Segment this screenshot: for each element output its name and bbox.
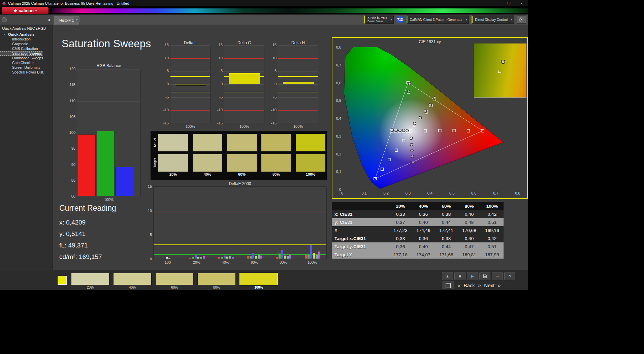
- y-tick-label: 15: [143, 184, 152, 188]
- table-row-label: x: CIE31: [332, 210, 389, 218]
- table-row: Target Y177,18174,07171,68169,81167,99: [332, 250, 504, 259]
- chart-bar: [221, 257, 223, 259]
- cie-x-tick-label: 0,4: [425, 191, 435, 195]
- reference-line: [170, 76, 210, 77]
- pattern-source-select[interactable]: CalMAN Client 3 Pattern Generator ▾: [407, 16, 469, 24]
- table-cell: 0,38: [435, 234, 458, 242]
- y-tick-label: 5: [143, 233, 152, 237]
- y-tick-label: -15: [268, 121, 277, 125]
- tree-expander-icon: ▾: [4, 33, 5, 36]
- display-control-select[interactable]: Direct Display Control ▾: [472, 16, 514, 24]
- swatch-target-20%: [158, 154, 188, 172]
- panel-collapse-button[interactable]: ▲: [442, 272, 453, 280]
- reference-line: [278, 58, 318, 59]
- pattern-button-60[interactable]: 60%: [155, 273, 194, 290]
- reference-line: [154, 254, 326, 255]
- table-cell: 174,07: [412, 250, 435, 259]
- chart-title: Delta L: [170, 40, 211, 45]
- display-config-button[interactable]: [442, 282, 454, 289]
- close-button[interactable]: ×: [515, 0, 528, 6]
- minimize-button[interactable]: –: [490, 0, 503, 6]
- group-label: 60%: [248, 260, 261, 264]
- workflow-title: Quick Analysis NBC sRGB: [0, 25, 53, 31]
- play-button[interactable]: ▶: [467, 272, 478, 280]
- chart-bar: [175, 84, 206, 86]
- table-header-cell: 60%: [435, 202, 458, 210]
- rgb-balance-chart: RGB Balance12011511010510095908580100%: [66, 63, 149, 204]
- reference-line: [170, 92, 210, 92]
- chart-bar: [247, 256, 249, 259]
- group-label: 100: [161, 260, 174, 264]
- sidebar-item-luminance-sweeps[interactable]: Luminance Sweeps: [0, 56, 53, 60]
- meter-select[interactable]: X-Rite i1Pro 3 Direct View ▾: [364, 16, 394, 24]
- reference-line: [154, 244, 326, 245]
- sidebar-item-screen-uniformity[interactable]: Screen Uniformity: [0, 65, 53, 70]
- swatch-target-100%: [296, 154, 325, 172]
- sidebar-root-node[interactable]: ▾ Quick Analysis: [0, 31, 53, 37]
- chart-bar: [97, 131, 115, 196]
- link-profile-button[interactable]: ∞: [492, 272, 503, 280]
- table-cell: 0,37: [389, 218, 412, 226]
- settings-button[interactable]: [517, 16, 526, 24]
- pattern-swatch: [197, 273, 236, 285]
- prev-page-icon[interactable]: «: [457, 282, 460, 289]
- table-row: Y177,23174,49172,41170,68169,16: [332, 226, 504, 234]
- table-cell: 0,51: [481, 242, 504, 250]
- add-tab-button[interactable]: +: [74, 17, 80, 22]
- deltae-2000-chart: DeltaE 200015105010020%40%60%80%100%: [145, 181, 331, 267]
- pattern-button-80[interactable]: 80%: [197, 273, 236, 290]
- table-header-cell: 40%: [412, 202, 435, 210]
- chart-bar: [318, 252, 320, 259]
- pattern-button-40[interactable]: 40%: [113, 273, 152, 290]
- sidebar-item-colorchecker[interactable]: ColorChecker: [0, 61, 53, 65]
- current-reading-title: Current Reading: [59, 204, 116, 213]
- table-cell: 0,42: [481, 210, 504, 218]
- chart-bar: [258, 255, 260, 259]
- table-cell: 0,51: [481, 218, 504, 226]
- group-label: 100%: [305, 260, 319, 264]
- table-cell: 167,99: [481, 250, 504, 259]
- table-header-cell: 20%: [389, 202, 412, 210]
- back-button[interactable]: Back: [463, 282, 475, 289]
- next-button[interactable]: Next: [484, 282, 494, 289]
- gridline: [170, 45, 210, 46]
- swatch-column-label: 40%: [193, 172, 222, 176]
- sidebar-collapse-icon[interactable]: ◀: [46, 18, 51, 22]
- page-title: Saturation Sweeps: [62, 38, 151, 50]
- next-page-icon[interactable]: »: [478, 282, 481, 289]
- workflow-menu-button[interactable]: [2, 17, 7, 22]
- reference-line: [278, 76, 318, 77]
- refresh-button[interactable]: ↻: [504, 272, 515, 280]
- pattern-buttons: 20%40%60%80%100%: [71, 273, 278, 290]
- table-cell: 0,36: [412, 234, 435, 242]
- save-button[interactable]: [479, 272, 490, 280]
- measured-point: [402, 129, 405, 132]
- sidebar-item-grayscale[interactable]: Grayscale: [0, 42, 53, 46]
- gridline: [224, 84, 264, 85]
- measured-point: [410, 143, 413, 146]
- sidebar-item-introduction[interactable]: Introduction: [0, 37, 53, 41]
- y-tick-label: 95: [67, 146, 75, 150]
- chevron-down-icon: ▾: [391, 18, 392, 21]
- maximize-button[interactable]: ☐: [503, 0, 515, 6]
- pattern-button-100[interactable]: 100%: [239, 273, 278, 290]
- sidebar-item-spectral-power-dist-[interactable]: Spectral Power Dist.: [0, 70, 53, 75]
- sidebar-item-saturation-sweeps[interactable]: Saturation Sweeps: [0, 51, 43, 56]
- reference-line: [224, 92, 264, 92]
- app-icon: [2, 1, 6, 5]
- pattern-button-20[interactable]: 20%: [71, 273, 109, 290]
- save-icon: [483, 274, 487, 278]
- reference-line: [170, 87, 210, 87]
- stop-button[interactable]: ■: [454, 272, 465, 280]
- chart-plot: [170, 45, 211, 123]
- sidebar-item-cms-calibration[interactable]: CMS Calibration: [0, 47, 53, 51]
- cie-zoom-inset: [474, 43, 526, 98]
- cie-y-tick-label: 0,4: [333, 116, 341, 120]
- gridline: [224, 71, 264, 71]
- measured-point: [406, 129, 409, 132]
- last-page-icon[interactable]: »: [497, 282, 501, 289]
- calman-logo-menu[interactable]: ◈ calman ▾: [2, 7, 49, 14]
- swatch-actual-40%: [193, 134, 222, 151]
- chart-bar: [316, 255, 318, 259]
- swatch-actual-100%: [296, 134, 325, 151]
